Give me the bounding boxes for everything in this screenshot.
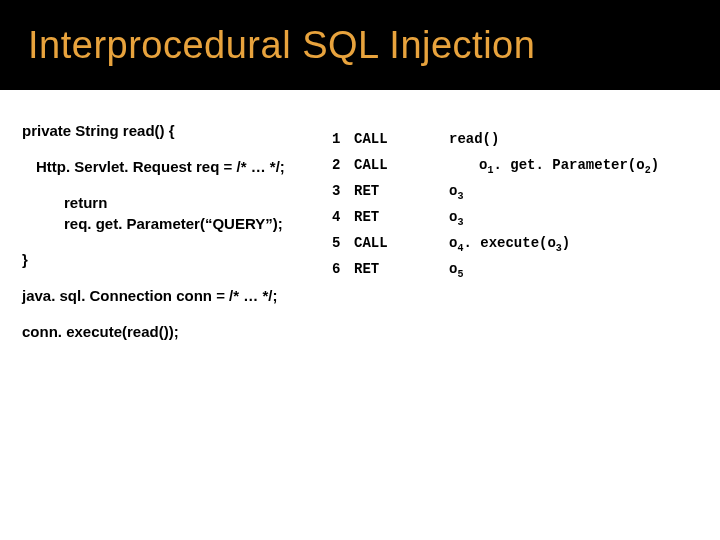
line-number: 3 — [332, 178, 354, 204]
code-line: conn. execute(read()); — [22, 321, 332, 343]
code-line: req. get. Parameter(“QUERY”); — [22, 213, 332, 235]
trace-block: 1 2 3 4 5 6 CALL read() CALL o1. get. Pa… — [332, 126, 698, 342]
trace-op: CALL — [354, 152, 449, 178]
source-code-block: private String read() { Http. Servlet. R… — [22, 120, 332, 342]
trace-rows: CALL read() CALL o1. get. Parameter(o2) … — [354, 126, 698, 342]
code-line: java. sql. Connection conn = /* … */; — [22, 285, 332, 307]
trace-op: CALL — [354, 230, 449, 256]
slide-title: Interprocedural SQL Injection — [28, 24, 535, 67]
line-number: 5 — [332, 230, 354, 256]
trace-arg: o3 — [449, 204, 698, 230]
line-number: 1 — [332, 126, 354, 152]
slide-body: private String read() { Http. Servlet. R… — [0, 90, 720, 342]
line-number: 6 — [332, 256, 354, 282]
trace-arg: o5 — [449, 256, 698, 282]
trace-row: RET o3 — [354, 204, 698, 230]
line-number-gutter: 1 2 3 4 5 6 — [332, 126, 354, 342]
trace-op: RET — [354, 256, 449, 282]
trace-row: RET o3 — [354, 178, 698, 204]
trace-op: RET — [354, 204, 449, 230]
code-line: return — [22, 192, 332, 214]
trace-row: CALL o4. execute(o3) — [354, 230, 698, 256]
line-number: 2 — [332, 152, 354, 178]
trace-op: CALL — [354, 126, 449, 152]
trace-op: RET — [354, 178, 449, 204]
code-line: Http. Servlet. Request req = /* … */; — [22, 156, 332, 178]
trace-arg: o4. execute(o3) — [449, 230, 698, 256]
trace-row: RET o5 — [354, 256, 698, 282]
trace-arg: o3 — [449, 178, 698, 204]
trace-arg: read() — [449, 126, 698, 152]
code-line: private String read() { — [22, 120, 332, 142]
trace-row: CALL read() — [354, 126, 698, 152]
line-number: 4 — [332, 204, 354, 230]
trace-row: CALL o1. get. Parameter(o2) — [354, 152, 698, 178]
title-bar: Interprocedural SQL Injection — [0, 0, 720, 90]
code-line: } — [22, 249, 332, 271]
trace-arg: o1. get. Parameter(o2) — [449, 152, 698, 178]
